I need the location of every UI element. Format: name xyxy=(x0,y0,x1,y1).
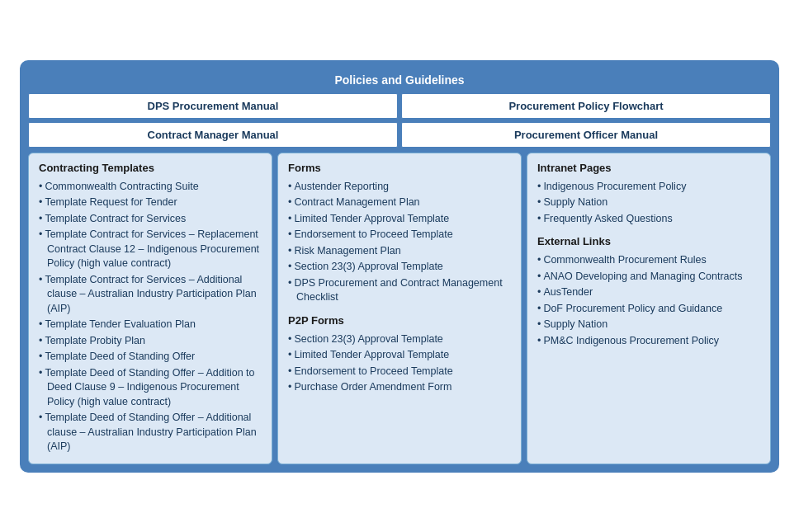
contracting-templates-heading: Contracting Templates xyxy=(39,162,262,174)
list-item[interactable]: Risk Management Plan xyxy=(288,243,511,260)
list-item[interactable]: Limited Tender Approval Template xyxy=(288,211,511,228)
list-item[interactable]: Purchase Order Amendment Form xyxy=(288,379,511,396)
list-item[interactable]: Commonwealth Contracting Suite xyxy=(39,179,262,195)
list-item[interactable]: Template Tender Evaluation Plan xyxy=(39,317,262,333)
list-item[interactable]: Section 23(3) Approval Template xyxy=(288,259,511,275)
list-item[interactable]: Commonwealth Procurement Rules xyxy=(537,252,760,269)
top-grid: DPS Procurement Manual Procurement Polic… xyxy=(28,93,771,148)
contracting-templates-box: Contracting Templates Commonwealth Contr… xyxy=(28,153,272,464)
outer-container: Policies and Guidelines DPS Procurement … xyxy=(20,60,779,473)
list-item[interactable]: DoF Procurement Policy and Guidance xyxy=(537,301,760,318)
list-item[interactable]: Template Contract for Services – Additio… xyxy=(39,272,262,318)
bottom-section: Contracting Templates Commonwealth Contr… xyxy=(28,153,771,464)
procurement-officer-manual[interactable]: Procurement Officer Manual xyxy=(401,122,771,148)
intranet-external-box: Intranet Pages Indigenous Procurement Po… xyxy=(527,153,771,464)
dps-procurement-manual[interactable]: DPS Procurement Manual xyxy=(28,93,398,119)
list-item[interactable]: DPS Procurement and Contract Management … xyxy=(288,275,511,306)
intranet-pages-heading: Intranet Pages xyxy=(537,162,760,174)
contracting-templates-list: Commonwealth Contracting Suite Template … xyxy=(39,179,262,455)
list-item[interactable]: Template Contract for Services xyxy=(39,211,262,228)
list-item[interactable]: Template Request for Tender xyxy=(39,195,262,211)
forms-heading: Forms xyxy=(288,162,511,174)
list-item[interactable]: Contract Management Plan xyxy=(288,195,511,211)
list-item[interactable]: PM&C Indigenous Procurement Policy xyxy=(537,333,760,350)
list-item[interactable]: Template Probity Plan xyxy=(39,333,262,350)
contract-manager-manual[interactable]: Contract Manager Manual xyxy=(28,122,398,148)
external-links-list: Commonwealth Procurement Rules ANAO Deve… xyxy=(537,252,760,349)
main-title: Policies and Guidelines xyxy=(28,68,771,93)
list-item[interactable]: Template Deed of Standing Offer – Additi… xyxy=(39,410,262,455)
forms-list: Austender Reporting Contract Management … xyxy=(288,179,511,306)
list-item[interactable]: Template Deed of Standing Offer – Additi… xyxy=(39,365,262,411)
p2p-forms-list: Section 23(3) Approval Template Limited … xyxy=(288,332,511,396)
intranet-pages-list: Indigenous Procurement Policy Supply Nat… xyxy=(537,179,760,228)
list-item[interactable]: Endorsement to Proceed Template xyxy=(288,227,511,243)
list-item[interactable]: Limited Tender Approval Template xyxy=(288,347,511,364)
procurement-policy-flowchart[interactable]: Procurement Policy Flowchart xyxy=(401,93,771,119)
list-item[interactable]: Template Contract for Services – Replace… xyxy=(39,227,262,272)
list-item[interactable]: Section 23(3) Approval Template xyxy=(288,332,511,348)
list-item[interactable]: Frequently Asked Questions xyxy=(537,211,760,228)
list-item[interactable]: Template Deed of Standing Offer xyxy=(39,349,262,365)
list-item[interactable]: Supply Nation xyxy=(537,195,760,211)
list-item[interactable]: Supply Nation xyxy=(537,317,760,333)
list-item[interactable]: Austender Reporting xyxy=(288,179,511,195)
external-links-heading: External Links xyxy=(537,235,760,247)
list-item[interactable]: Endorsement to Proceed Template xyxy=(288,364,511,380)
list-item[interactable]: AusTender xyxy=(537,285,760,301)
forms-box: Forms Austender Reporting Contract Manag… xyxy=(277,153,522,464)
list-item[interactable]: Indigenous Procurement Policy xyxy=(537,179,760,195)
p2p-forms-heading: P2P Forms xyxy=(288,314,511,327)
list-item[interactable]: ANAO Developing and Managing Contracts xyxy=(537,269,760,285)
